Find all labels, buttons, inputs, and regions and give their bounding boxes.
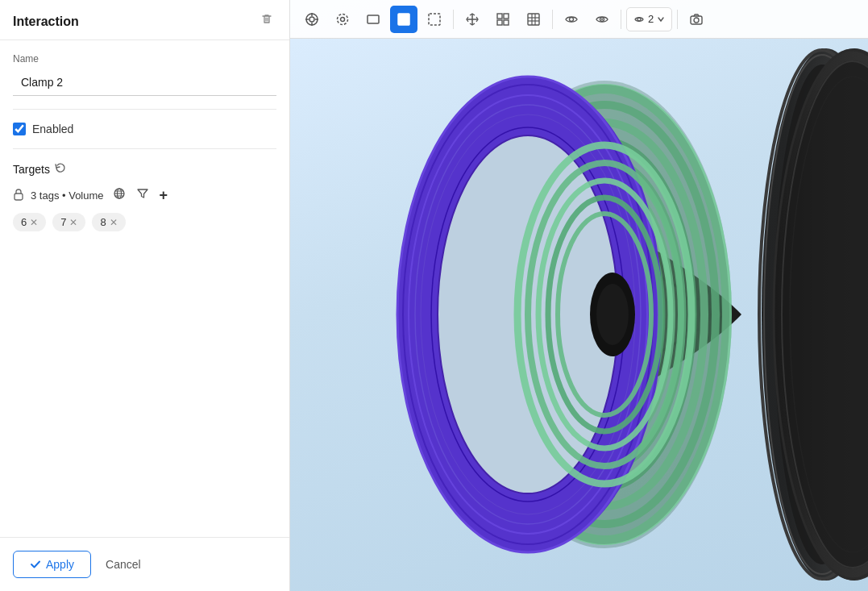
scene-svg [290, 39, 868, 591]
camera-button[interactable] [683, 6, 710, 33]
svg-point-74 [596, 284, 629, 345]
divider-1 [13, 109, 276, 110]
cancel-button[interactable]: Cancel [99, 551, 147, 577]
toolbar-separator-4 [677, 10, 678, 29]
svg-point-16 [341, 17, 345, 21]
name-label: Name [13, 53, 276, 65]
dotted-box-button[interactable] [421, 6, 448, 33]
apply-label: Apply [46, 558, 74, 571]
name-input[interactable] [13, 69, 276, 96]
targets-label: Targets [13, 163, 50, 176]
svg-point-10 [309, 17, 314, 22]
panel-title: Interaction [13, 15, 79, 29]
tag-chip-6: 6 ✕ [13, 213, 46, 231]
svg-point-34 [638, 18, 641, 21]
viewport: 2 [290, 0, 868, 591]
grid-button[interactable] [520, 6, 547, 33]
panel-header: Interaction [0, 0, 289, 40]
svg-point-33 [601, 19, 603, 20]
svg-rect-2 [15, 194, 23, 200]
svg-rect-17 [368, 15, 379, 23]
tags-row: 6 ✕ 7 ✕ 8 ✕ [13, 213, 276, 231]
interaction-panel: Interaction Name Enabled Targets [0, 0, 290, 591]
svg-point-36 [694, 18, 699, 23]
svg-rect-18 [398, 14, 409, 25]
tag-remove-8[interactable]: ✕ [110, 218, 118, 227]
enabled-label: Enabled [32, 123, 73, 135]
tag-label-6: 6 [21, 216, 27, 228]
toolbar-separator-2 [552, 10, 553, 29]
transform-button[interactable] [459, 6, 486, 33]
svg-point-15 [338, 14, 348, 24]
panel-footer: Apply Cancel [0, 537, 289, 591]
toolbar: 2 [290, 0, 868, 39]
apply-button[interactable]: Apply [13, 551, 91, 578]
region-select-button[interactable] [298, 6, 326, 33]
tag-remove-7[interactable]: ✕ [69, 218, 77, 227]
toolbar-separator-3 [621, 10, 621, 29]
tag-label-8: 8 [100, 216, 106, 228]
enabled-row: Enabled [13, 123, 276, 135]
tag-chip-7: 7 ✕ [52, 213, 85, 231]
frame-button[interactable] [489, 6, 517, 33]
svg-marker-8 [138, 189, 147, 198]
rect-select-button[interactable] [359, 6, 387, 33]
svg-rect-26 [528, 14, 539, 25]
divider-2 [13, 148, 276, 149]
tag-remove-6[interactable]: ✕ [30, 218, 38, 227]
lasso-select-button[interactable] [329, 6, 356, 33]
filter-icon[interactable] [135, 186, 151, 204]
eye-button[interactable] [558, 6, 585, 33]
refresh-icon[interactable] [55, 162, 66, 176]
eye-outline-button[interactable] [588, 6, 616, 33]
targets-header: Targets [13, 162, 276, 176]
svg-rect-23 [504, 14, 509, 19]
box-select-button[interactable] [390, 6, 417, 33]
svg-rect-22 [497, 14, 502, 19]
svg-rect-24 [497, 20, 502, 25]
name-field-group: Name [13, 53, 276, 96]
targets-info-row: 3 tags • Volume + [13, 185, 276, 205]
add-tag-icon[interactable]: + [157, 186, 171, 204]
toolbar-separator-1 [453, 10, 454, 29]
svg-rect-19 [429, 14, 440, 25]
delete-button[interactable] [257, 11, 276, 31]
svg-rect-25 [504, 20, 509, 25]
tag-chip-8: 8 ✕ [92, 213, 125, 231]
globe-icon[interactable] [110, 185, 128, 205]
targets-info-text: 3 tags • Volume [31, 189, 104, 202]
scene-container [290, 39, 868, 591]
cancel-label: Cancel [106, 558, 141, 571]
lock-icon [13, 188, 24, 203]
enabled-checkbox[interactable] [13, 123, 26, 135]
view-count-dropdown[interactable]: 2 [626, 7, 672, 31]
svg-point-31 [570, 17, 574, 21]
view-count: 2 [648, 13, 654, 25]
tag-label-7: 7 [60, 216, 66, 228]
panel-body: Name Enabled Targets [0, 40, 289, 537]
